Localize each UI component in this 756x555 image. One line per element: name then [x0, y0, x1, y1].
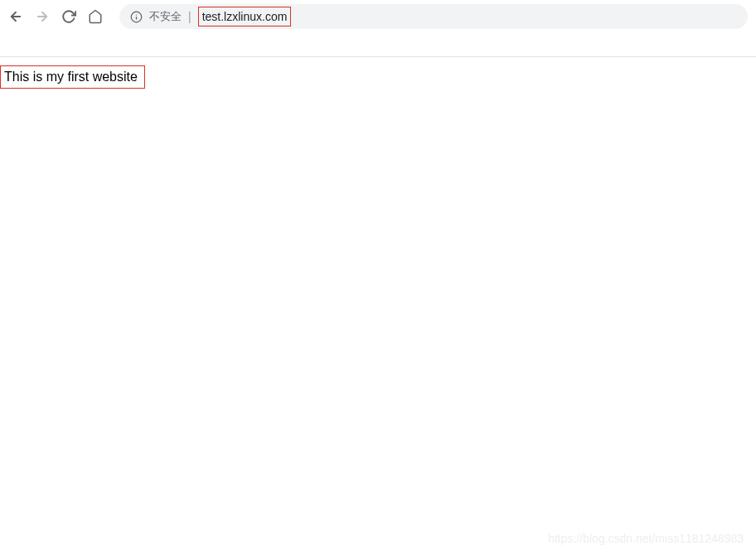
page-content: This is my first website — [0, 57, 756, 89]
content-text: This is my first website — [4, 70, 138, 84]
nav-icons-group — [8, 9, 103, 24]
url-highlight-box: test.lzxlinux.com — [198, 7, 292, 27]
info-icon[interactable] — [129, 10, 143, 23]
content-highlight-box: This is my first website — [0, 65, 145, 89]
reload-button[interactable] — [61, 9, 76, 24]
forward-button[interactable] — [35, 9, 50, 24]
divider: | — [188, 10, 191, 23]
address-bar[interactable]: 不安全 | test.lzxlinux.com — [119, 4, 748, 29]
url-text: test.lzxlinux.com — [202, 10, 288, 23]
home-button[interactable] — [88, 9, 103, 24]
browser-toolbar: 不安全 | test.lzxlinux.com — [0, 0, 756, 33]
watermark: https://blog.csdn.net/miss1181248983 — [548, 532, 744, 545]
back-button[interactable] — [8, 9, 23, 24]
security-label: 不安全 — [149, 9, 182, 24]
